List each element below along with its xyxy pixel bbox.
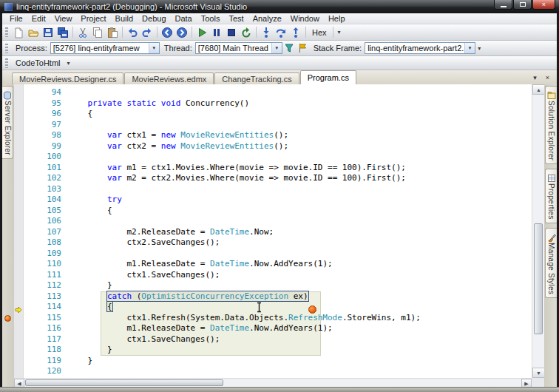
stack-frame-dropdown-icon[interactable]: ▾ — [464, 43, 475, 53]
breakpoint-margin[interactable] — [14, 302, 24, 313]
process-combo[interactable]: [5276] linq-entityframew ▾ — [50, 42, 160, 54]
new-file-icon[interactable] — [11, 25, 26, 40]
breakpoint-margin[interactable] — [14, 366, 24, 377]
title-bar[interactable]: linq-entityframework-part2 (Debugging) -… — [0, 0, 559, 13]
code-text[interactable]: var m1 = ctx1.Movies.Where(movie => movi… — [68, 163, 406, 174]
breakpoint-margin[interactable] — [14, 323, 24, 334]
panel-tab-solution-explorer[interactable]: Solution Explorer — [545, 86, 557, 164]
vertical-scroll-thumb[interactable] — [534, 223, 543, 334]
flag-icon[interactable] — [296, 41, 309, 55]
breakpoint-margin[interactable] — [14, 184, 24, 195]
close-document-icon[interactable]: × — [542, 72, 553, 83]
breakpoint-margin[interactable] — [14, 109, 24, 120]
breakpoint-margin[interactable] — [14, 356, 24, 367]
code-line[interactable]: 98 var ctx1 = new MovieReviewEntities(); — [14, 130, 532, 141]
menu-project[interactable]: Project — [76, 13, 110, 24]
code-line[interactable]: 117 ctx1.SaveChanges(); — [14, 334, 532, 345]
code-line[interactable]: 120 — [14, 366, 532, 377]
navigate-back-icon[interactable] — [160, 25, 175, 40]
breakpoint-margin[interactable] — [14, 227, 24, 238]
redo-icon[interactable] — [140, 25, 155, 40]
code-line[interactable]: 96 { — [14, 109, 532, 120]
toolbar-grip[interactable] — [5, 58, 8, 68]
code-line[interactable]: 109 — [14, 249, 532, 260]
stack-frame-combo[interactable]: linq-entityframework-part2. ▾ — [365, 42, 475, 54]
code-line[interactable]: 118 } — [14, 345, 532, 356]
code-line[interactable]: 95 private static void Concurrency() — [14, 98, 532, 109]
hex-toggle-button[interactable]: Hex — [308, 28, 331, 37]
breakpoint-margin[interactable] — [14, 152, 24, 163]
code-text[interactable]: ctx1.SaveChanges(); — [68, 334, 220, 345]
breakpoint-margin[interactable] — [14, 130, 24, 141]
tab-moviereviews-designer-cs[interactable]: MovieReviews.Designer.cs — [12, 72, 123, 84]
code-text[interactable]: private static void Concurrency() — [68, 98, 249, 109]
breakpoint-margin[interactable] — [14, 280, 24, 291]
step-into-icon[interactable] — [259, 25, 274, 40]
code-line[interactable]: 105 { — [14, 206, 532, 217]
code-text[interactable]: m1.ReleaseDate = DateTime.Now.AddYears(1… — [68, 259, 333, 270]
code-line[interactable]: 100 — [14, 152, 532, 163]
process-dropdown-icon[interactable]: ▾ — [149, 43, 159, 53]
breakpoint-margin[interactable] — [14, 98, 24, 109]
breakpoint-margin[interactable] — [14, 334, 24, 345]
code-line[interactable]: 108 ctx2.SaveChanges(); — [14, 237, 532, 249]
thread-combo[interactable]: [7680] Main Thread ▾ — [195, 42, 282, 54]
code-line[interactable]: 104 try — [14, 195, 532, 206]
break-all-icon[interactable] — [209, 25, 224, 40]
codetohtml-dropdown-icon[interactable]: ▾ — [65, 60, 72, 67]
minimize-button[interactable] — [494, 0, 512, 10]
code-text[interactable]: var m2 = ctx2.Movies.Where(movie => movi… — [68, 173, 406, 184]
code-text[interactable]: } — [68, 356, 92, 367]
scroll-down-icon[interactable]: ▼ — [532, 368, 545, 378]
code-line[interactable]: 94 — [14, 87, 532, 98]
code-line[interactable]: 111 ctx1.SaveChanges(); — [14, 270, 532, 281]
toolbar-options-icon[interactable]: ▾ — [336, 29, 343, 36]
code-text[interactable]: { — [68, 206, 112, 217]
menu-build[interactable]: Build — [111, 13, 138, 24]
code-line[interactable]: 97 — [14, 120, 532, 131]
step-over-icon[interactable] — [274, 25, 288, 40]
cut-icon[interactable] — [75, 25, 90, 40]
menu-data[interactable]: Data — [171, 13, 197, 24]
active-files-dropdown-icon[interactable]: ▾ — [529, 72, 541, 83]
code-line[interactable]: 119 } — [14, 356, 532, 367]
menu-test[interactable]: Test — [224, 13, 248, 24]
navigate-forward-icon[interactable] — [175, 25, 189, 40]
toolbar-grip[interactable] — [5, 27, 8, 37]
breakpoint-margin[interactable] — [14, 345, 24, 356]
panel-tab-manage-styles[interactable]: Manage Styles — [545, 228, 557, 298]
breakpoint-margin[interactable] — [14, 87, 24, 98]
debugbar-options-icon[interactable]: ▾ — [475, 45, 483, 52]
breakpoint-margin[interactable] — [14, 195, 24, 206]
code-editor[interactable]: 9495 private static void Concurrency()96… — [14, 84, 532, 378]
code-line[interactable]: 99 var ctx2 = new MovieReviewEntities(); — [14, 141, 532, 152]
horizontal-scrollbar[interactable]: ◀ ▶ — [14, 378, 532, 387]
code-line[interactable]: 101 var m1 = ctx1.Movies.Where(movie => … — [14, 163, 532, 174]
paste-icon[interactable] — [105, 25, 120, 40]
code-text[interactable]: } — [68, 345, 112, 356]
code-line[interactable]: 115 ctx1.Refresh(System.Data.Objects.Ref… — [14, 313, 532, 324]
code-text[interactable]: var ctx1 = new MovieReviewEntities(); — [68, 130, 288, 141]
code-line[interactable]: 102 var m2 = ctx2.Movies.Where(movie => … — [14, 173, 532, 184]
breakpoint-margin[interactable] — [14, 237, 24, 249]
code-text[interactable]: ctx1.Refresh(System.Data.Objects.Refresh… — [68, 313, 421, 324]
breakpoint-margin[interactable] — [14, 141, 24, 152]
toolbar-grip[interactable] — [5, 44, 8, 53]
start-debug-icon[interactable] — [194, 25, 209, 40]
codetohtml-button[interactable]: CodeToHtml — [11, 58, 65, 68]
menu-debug[interactable]: Debug — [138, 13, 170, 24]
open-file-icon[interactable] — [26, 25, 41, 40]
breakpoint-margin[interactable] — [14, 259, 24, 270]
maximize-button[interactable] — [513, 0, 532, 10]
thread-filter-icon[interactable] — [282, 41, 296, 55]
panel-tab-properties[interactable]: Properties — [545, 169, 557, 223]
scroll-up-icon[interactable]: ▲ — [532, 84, 545, 95]
code-line[interactable]: 107 m2.ReleaseDate = DateTime.Now; — [14, 227, 532, 238]
exception-marker-icon[interactable] — [308, 305, 316, 314]
menu-view[interactable]: View — [50, 13, 77, 24]
breakpoint-margin[interactable] — [14, 216, 24, 227]
breakpoint-margin[interactable] — [14, 270, 24, 281]
code-line[interactable]: 116 m1.ReleaseDate = DateTime.Now.AddYea… — [14, 323, 532, 334]
tab-changetracking-cs[interactable]: ChangeTracking.cs — [214, 72, 299, 84]
code-text[interactable]: { — [68, 109, 92, 120]
